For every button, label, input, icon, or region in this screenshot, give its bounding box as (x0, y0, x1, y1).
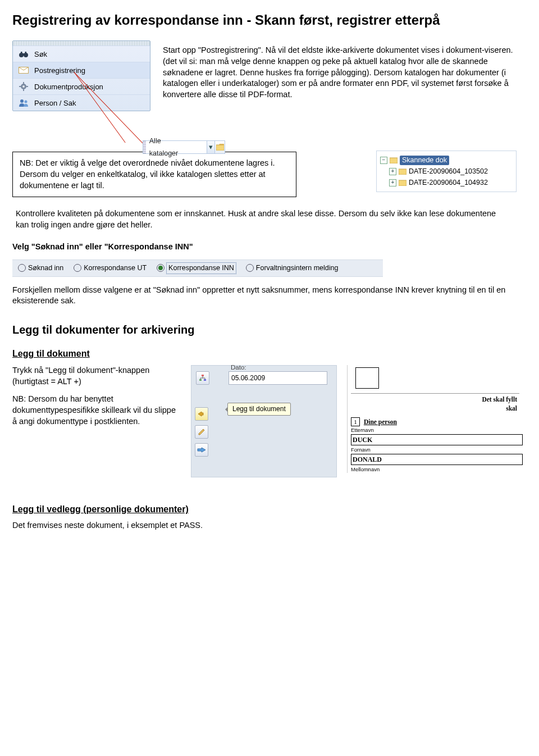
tree-root-label: Skannede dok (400, 156, 449, 165)
tree-child-label: DATE-20090604_103502 (409, 167, 488, 176)
svg-rect-15 (390, 158, 398, 163)
kvalitet-paragraph: Kontrollere kvaliteten på dokumentene so… (16, 208, 504, 230)
intro-paragraph: Start opp "Postregistrering". Nå vil det… (163, 45, 527, 104)
tree-child-label: DATE-20090604_104932 (409, 178, 488, 188)
subsection-heading-vedlegg: Legg til vedlegg (personlige dokumenter) (12, 503, 527, 516)
radio-icon (246, 264, 254, 272)
svg-point-13 (25, 101, 28, 103)
folder-icon (390, 157, 398, 163)
radio-icon (18, 264, 26, 272)
svg-rect-20 (204, 379, 206, 381)
minus-icon[interactable]: − (380, 157, 387, 164)
envelope-icon (17, 65, 30, 75)
forskjell-paragraph: Forskjellen mellom disse valgene er at "… (12, 285, 527, 307)
svg-point-12 (20, 99, 24, 103)
form-section-title: Dine person (364, 418, 397, 425)
radio-soknad-inn[interactable]: Søknad inn (18, 263, 63, 273)
binoculars-icon (17, 49, 30, 59)
sidebar-item-sok[interactable]: Søk (13, 46, 150, 62)
radio-korrespondanse-inn[interactable]: Korrespondanse INN (157, 263, 236, 274)
radio-label: Søknad inn (28, 263, 63, 273)
dato-input[interactable] (229, 371, 327, 385)
svg-rect-16 (399, 169, 406, 175)
svg-rect-18 (202, 375, 204, 376)
subsection-heading-legg-til-dokument: Legg til dokument (12, 348, 527, 360)
add-doc-nb: NB: Dersom du har benyttet dokumenttypes… (12, 394, 181, 427)
form-value-etternavn: DUCK (351, 434, 523, 445)
tree-child[interactable]: + DATE-20090604_104932 (380, 177, 513, 188)
radio-label: Korrespondanse INN (167, 263, 236, 274)
add-doc-instruction: Trykk nå "Legg til dokument"-knappen (hu… (12, 365, 181, 387)
folder-icon (399, 179, 406, 186)
plus-icon[interactable]: + (389, 168, 396, 175)
sidebar-label: Postregistrering (34, 66, 85, 76)
gear-icon (17, 81, 30, 92)
prev-button[interactable] (195, 407, 208, 421)
radio-icon (157, 264, 165, 272)
form-label-fornavn: Fornavn (351, 447, 519, 454)
folder-tree: − Skannede dok + DATE-20090604_103502 + … (376, 151, 517, 192)
radio-forvaltningsintern[interactable]: Forvaltningsintern melding (246, 263, 339, 273)
folder-icon (399, 168, 406, 175)
folder-button-icon[interactable] (214, 141, 225, 153)
form-heading-b: skal (506, 405, 517, 412)
form-label-mellomnavn: Mellomnavn (351, 466, 519, 473)
tooltip-legg-til-dokument: Legg til dokument (227, 403, 291, 415)
sidebar-label: Person / Sak (34, 98, 76, 108)
page-title: Registrering av korrespondanse inn - Ska… (12, 11, 527, 29)
form-preview: Det skal fyllt skal 1 Dine person Ettern… (347, 365, 519, 473)
sidebar-screenshot: Søk Postregistrering Dokumentproduksjon (12, 40, 150, 111)
pencil-button[interactable] (195, 425, 208, 439)
sidebar-item-person-sak[interactable]: Person / Sak (13, 95, 150, 111)
svg-rect-9 (23, 89, 24, 91)
radio-korrespondanse-ut[interactable]: Korrespondanse UT (74, 263, 147, 273)
section-number: 1 (351, 417, 360, 426)
people-icon (17, 98, 30, 108)
form-value-fornavn: DONALD (351, 454, 523, 465)
chevron-down-icon[interactable]: ▾ (207, 141, 214, 153)
svg-rect-4 (22, 53, 25, 54)
org-icon-button[interactable] (196, 371, 209, 385)
svg-rect-11 (26, 86, 28, 87)
sidebar-label: Dokumentproduksjon (34, 82, 103, 92)
radio-icon (74, 264, 81, 272)
tree-child[interactable]: + DATE-20090604_103502 (380, 166, 513, 177)
svg-rect-14 (216, 145, 224, 151)
section-heading-arkivering: Legg til dokumenter for arkivering (12, 322, 527, 338)
vedlegg-paragraph: Det fremvises neste dokument, i eksemple… (12, 520, 527, 531)
velg-heading: Velg "Søknad inn" eller "Korrespondanse … (12, 242, 527, 253)
sidebar-label: Søk (34, 49, 47, 60)
svg-rect-10 (19, 86, 21, 87)
plus-icon[interactable]: + (389, 179, 396, 186)
dropdown-label: Alle kataloger (146, 135, 207, 160)
svg-rect-19 (199, 379, 202, 381)
sidebar-item-postregistrering[interactable]: Postregistrering (13, 62, 150, 79)
svg-point-7 (22, 85, 25, 88)
dato-panel: Dato: Legg til dokument (191, 365, 337, 477)
radio-label: Forvaltningsintern melding (256, 263, 339, 273)
next-button[interactable] (195, 443, 208, 457)
radio-label: Korrespondanse UT (84, 263, 147, 273)
svg-rect-17 (399, 180, 406, 186)
panel-grip (13, 41, 150, 46)
form-heading: Det skal fyllt (482, 396, 517, 403)
radio-bar: Søknad inn Korrespondanse UT Korresponda… (12, 259, 383, 277)
svg-rect-8 (23, 82, 24, 84)
form-label-etternavn: Etternavn (351, 427, 519, 434)
katalog-dropdown[interactable]: Alle kataloger ▾ (143, 140, 225, 154)
tree-root[interactable]: − Skannede dok (380, 154, 513, 166)
